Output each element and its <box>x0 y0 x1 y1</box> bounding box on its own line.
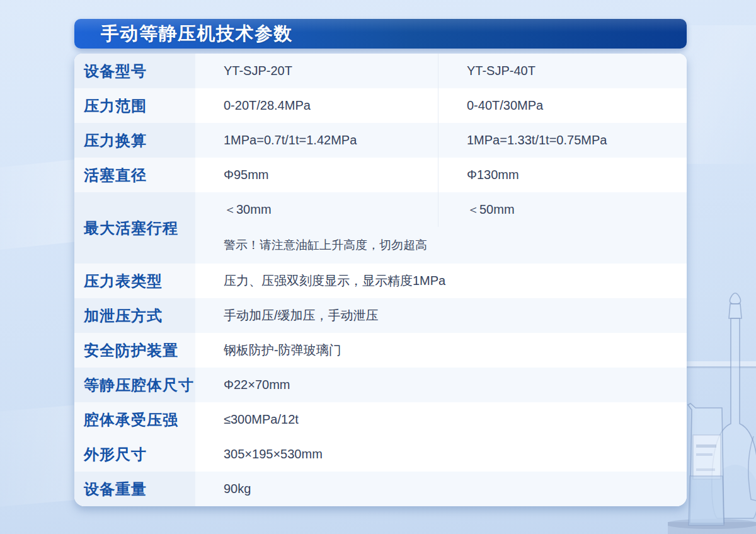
row-value-col1: 0-20T/28.4MPa <box>195 88 438 123</box>
row-value-col2: 1MPa=1.33t/1t=0.75MPa <box>438 123 687 158</box>
row-value: ≤300MPa/12t <box>195 402 687 437</box>
table-row-safety-protection: 安全防护装置 钢板防护-防弹玻璃门 <box>74 333 687 368</box>
row-label: 外形尺寸 <box>74 437 195 472</box>
row-warning-text: 警示！请注意油缸上升高度，切勿超高 <box>195 227 687 264</box>
table-row-pressure-range: 压力范围 0-20T/28.4MPa 0-40T/30MPa <box>74 88 687 123</box>
row-label: 活塞直径 <box>74 158 195 192</box>
row-value-col1: 1MPa=0.7t/1t=1.42MPa <box>195 123 438 158</box>
row-label: 设备重量 <box>74 472 195 506</box>
table-row-chamber-pressure-limit: 腔体承受压强 ≤300MPa/12t <box>74 402 687 437</box>
row-label: 安全防护装置 <box>74 333 195 368</box>
table-row-overall-dimensions: 外形尺寸 305×195×530mm <box>74 437 687 472</box>
row-value: 手动加压/缓加压，手动泄压 <box>195 298 687 333</box>
table-row-device-weight: 设备重量 90kg <box>74 472 687 506</box>
row-label: 压力表类型 <box>74 264 195 298</box>
row-value-col1: Φ95mm <box>195 158 438 192</box>
page-background: { "page": { "title": "手动等静压机技术参数" }, "ta… <box>0 0 756 534</box>
row-label: 等静压腔体尺寸 <box>74 368 195 402</box>
row-value: Φ22×70mm <box>195 368 687 402</box>
row-value-col2: ＜50mm <box>438 192 687 227</box>
page-title: 手动等静压机技术参数 <box>101 21 293 47</box>
spec-header-bar: 手动等静压机技术参数 <box>74 19 687 49</box>
beaker-liquid <box>689 476 724 525</box>
row-content: ＜30mm ＜50mm 警示！请注意油缸上升高度，切勿超高 <box>195 192 687 264</box>
table-row-max-piston-stroke: 最大活塞行程 ＜30mm ＜50mm 警示！请注意油缸上升高度，切勿超高 <box>74 192 687 264</box>
row-value-col1: YT-SJP-20T <box>195 54 438 88</box>
table-row-piston-diameter: 活塞直径 Φ95mm Φ130mm <box>74 158 687 192</box>
row-value: 钢板防护-防弹玻璃门 <box>195 333 687 368</box>
row-label: 压力换算 <box>74 123 195 158</box>
row-value-col2: Φ130mm <box>438 158 687 192</box>
row-value: 压力、压强双刻度显示，显示精度1MPa <box>195 264 687 298</box>
row-value-col1: ＜30mm <box>195 192 438 227</box>
row-value-col2: YT-SJP-40T <box>438 54 687 88</box>
row-value-col2: 0-40T/30MPa <box>438 88 687 123</box>
table-row-gauge-type: 压力表类型 压力、压强双刻度显示，显示精度1MPa <box>74 264 687 298</box>
row-label: 压力范围 <box>74 88 195 123</box>
row-values-line: ＜30mm ＜50mm <box>195 192 687 227</box>
table-row-pressurize-method: 加泄压方式 手动加压/缓加压，手动泄压 <box>74 298 687 333</box>
row-label: 腔体承受压强 <box>74 402 195 437</box>
table-row-chamber-size: 等静压腔体尺寸 Φ22×70mm <box>74 368 687 402</box>
row-label: 设备型号 <box>74 54 195 88</box>
table-row-pressure-conversion: 压力换算 1MPa=0.7t/1t=1.42MPa 1MPa=1.33t/1t=… <box>74 123 687 158</box>
table-row-device-model: 设备型号 YT-SJP-20T YT-SJP-40T <box>74 54 687 88</box>
row-value: 90kg <box>195 472 687 506</box>
row-value: 305×195×530mm <box>195 437 687 472</box>
beaker-label <box>693 435 721 479</box>
row-label: 最大活塞行程 <box>74 192 195 264</box>
spec-table-card: 设备型号 YT-SJP-20T YT-SJP-40T 压力范围 0-20T/28… <box>74 54 687 506</box>
beaker <box>688 403 724 525</box>
row-label: 加泄压方式 <box>74 298 195 333</box>
